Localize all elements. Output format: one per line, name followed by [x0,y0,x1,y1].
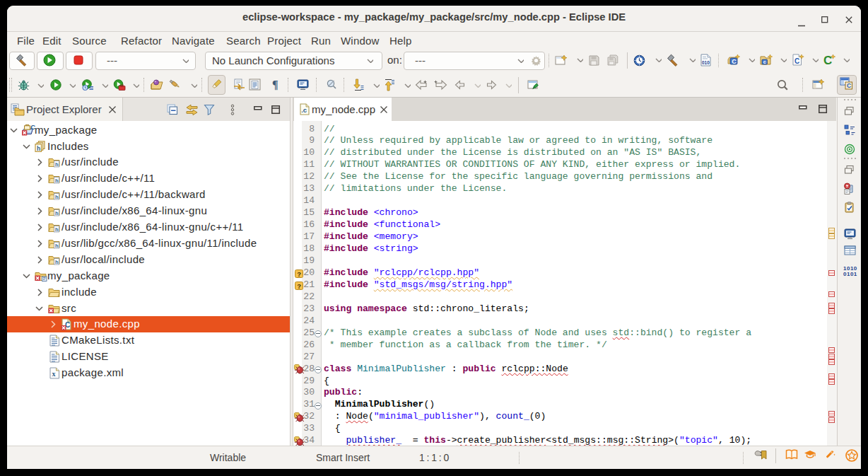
svg-text:C: C [847,82,851,89]
svg-text:h: h [55,210,59,216]
svg-text:c: c [763,59,766,65]
svg-text:C: C [823,54,832,66]
svg-text:C: C [732,58,737,65]
svg-text:?: ? [297,269,301,277]
svg-text:010: 010 [702,60,710,65]
svg-text:h: h [55,226,59,233]
svg-text:h: h [55,242,59,248]
svg-text:h: h [55,161,59,168]
svg-text:?: ? [297,281,301,289]
svg-text:.c: .c [301,106,307,114]
svg-text:h: h [55,178,59,184]
svg-text:C: C [794,57,799,65]
svg-text:x: x [52,370,56,378]
svg-text:h: h [55,258,59,265]
svg-text:h: h [55,194,59,200]
svg-text:h: h [37,144,41,151]
